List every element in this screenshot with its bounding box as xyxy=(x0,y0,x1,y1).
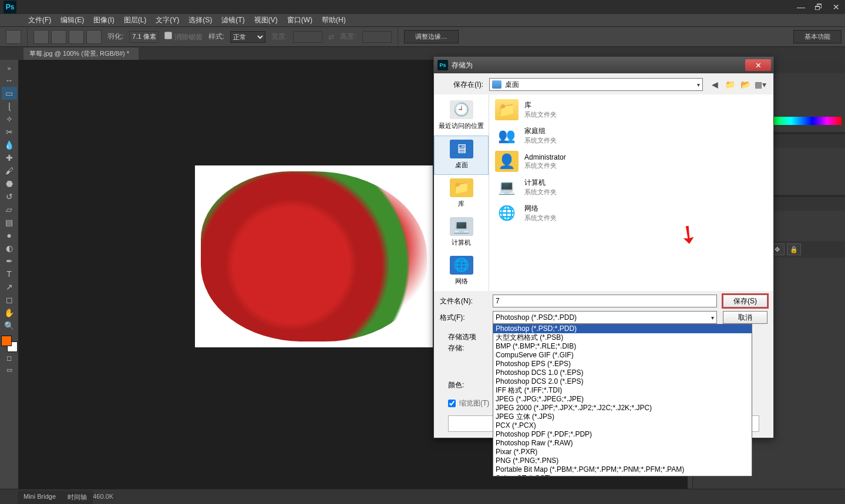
tool-zoom[interactable]: 🔍 xyxy=(2,319,17,332)
tool-blur[interactable]: ● xyxy=(2,229,17,242)
nav-view-icon[interactable]: ▦▾ xyxy=(755,79,766,90)
format-option[interactable]: JPEG (*.JPG;*.JPEG;*.JPE) xyxy=(493,395,752,404)
format-option[interactable]: Photoshop DCS 1.0 (*.EPS) xyxy=(493,368,752,377)
place-recent[interactable]: 🕘最近访问的位置 xyxy=(434,97,489,136)
tab-timeline[interactable]: 时间轴 xyxy=(62,491,93,504)
tool-history-brush[interactable]: ↺ xyxy=(2,190,17,203)
tool-eraser[interactable]: ▱ xyxy=(2,203,17,216)
save-button[interactable]: 保存(S) xyxy=(723,295,767,307)
format-option[interactable]: Photoshop Raw (*.RAW) xyxy=(493,439,752,448)
tool-pen[interactable]: ✒ xyxy=(2,255,17,268)
format-option[interactable]: Photoshop EPS (*.EPS) xyxy=(493,360,752,368)
menu-type[interactable]: 文字(Y) xyxy=(151,14,184,26)
tool-heal[interactable]: ✚ xyxy=(2,151,17,164)
window-close-button[interactable]: ✕ xyxy=(827,0,845,14)
tool-lasso[interactable]: ɭ xyxy=(2,100,17,113)
dialog-close-button[interactable]: ✕ xyxy=(745,59,771,71)
ps-logo-icon: Ps xyxy=(4,1,16,13)
nav-back-icon[interactable]: ◀ xyxy=(709,79,721,90)
format-option[interactable]: Scitex CT (*.SCT) xyxy=(493,474,752,476)
dialog-titlebar[interactable]: Ps 存储为 ✕ xyxy=(434,57,773,73)
menu-filter[interactable]: 滤镜(T) xyxy=(217,14,249,26)
tool-crop[interactable]: ✂ xyxy=(2,126,17,138)
toolbar-toggle-icon[interactable]: » xyxy=(2,62,17,74)
window-minimize-button[interactable]: — xyxy=(792,0,810,14)
format-option[interactable]: PNG (*.PNG;*.PNS) xyxy=(493,456,752,465)
file-list[interactable]: 📁库系统文件夹 👥家庭组系统文件夹 👤Administrator系统文件夹 💻计… xyxy=(489,94,773,291)
format-option[interactable]: Photoshop PDF (*.PDF;*.PDP) xyxy=(493,430,752,439)
menu-select[interactable]: 选择(S) xyxy=(184,14,217,26)
file-item-computer[interactable]: 💻计算机系统文件夹 xyxy=(489,174,773,200)
statusbar: 100% 文档:460.0 K/460.0K xyxy=(0,489,845,504)
place-desktop[interactable]: 🖥桌面 xyxy=(434,136,489,175)
refine-edge-button[interactable]: 调整边缘… xyxy=(404,30,459,43)
dialog-title: 存储为 xyxy=(452,60,473,70)
document-tab[interactable]: 草莓.jpg @ 100% (背景, RGB/8#) * xyxy=(23,48,139,60)
menubar: 文件(F) 编辑(E) 图像(I) 图层(L) 文字(Y) 选择(S) 滤镜(T… xyxy=(0,14,845,27)
format-dropdown-list[interactable]: Photoshop (*.PSD;*.PDD)大型文档格式 (*.PSB)BMP… xyxy=(493,324,752,476)
marquee-mode-add[interactable] xyxy=(51,30,66,44)
tool-move[interactable]: ↔ xyxy=(2,74,17,87)
color-fg-bg[interactable] xyxy=(1,336,18,352)
nav-up-icon[interactable]: 📁 xyxy=(724,79,736,90)
place-network[interactable]: 🌐网络 xyxy=(434,252,489,291)
tool-preset-icon[interactable] xyxy=(6,30,21,44)
menu-help[interactable]: 帮助(H) xyxy=(317,14,351,26)
tool-dodge[interactable]: ◐ xyxy=(2,242,17,255)
format-option[interactable]: JPEG 立体 (*.JPS) xyxy=(493,412,752,421)
format-option[interactable]: Photoshop DCS 2.0 (*.EPS) xyxy=(493,377,752,386)
screen-mode-icon[interactable]: ▭ xyxy=(2,364,17,376)
format-option[interactable]: 大型文档格式 (*.PSB) xyxy=(493,333,752,342)
document-canvas[interactable] xyxy=(195,165,433,347)
file-item-libraries[interactable]: 📁库系统文件夹 xyxy=(489,97,773,123)
format-option[interactable]: CompuServe GIF (*.GIF) xyxy=(493,351,752,360)
format-option[interactable]: Pixar (*.PXR) xyxy=(493,448,752,456)
style-select[interactable]: 正常 xyxy=(230,31,265,43)
foreground-color-swatch[interactable] xyxy=(1,336,12,346)
nav-newfolder-icon[interactable]: 📂 xyxy=(739,79,751,90)
tool-type[interactable]: T xyxy=(2,268,17,280)
format-option[interactable]: PCX (*.PCX) xyxy=(493,421,752,430)
canvas-artwork xyxy=(201,171,427,341)
file-item-homegroup[interactable]: 👥家庭组系统文件夹 xyxy=(489,123,773,148)
marquee-mode-intersect[interactable] xyxy=(86,30,102,44)
format-option[interactable]: Photoshop (*.PSD;*.PDD) xyxy=(493,324,752,333)
menu-layer[interactable]: 图层(L) xyxy=(119,14,152,26)
tool-stamp[interactable]: ⬣ xyxy=(2,177,17,190)
marquee-mode-new[interactable] xyxy=(33,30,49,44)
menu-image[interactable]: 图像(I) xyxy=(89,14,119,26)
format-option[interactable]: Portable Bit Map (*.PBM;*.PGM;*.PPM;*.PN… xyxy=(493,465,752,474)
tool-shape[interactable]: ◻ xyxy=(2,293,17,306)
format-option[interactable]: IFF 格式 (*.IFF;*.TDI) xyxy=(493,386,752,395)
filename-input[interactable] xyxy=(493,295,717,307)
menu-edit[interactable]: 编辑(E) xyxy=(56,14,89,26)
feather-input[interactable] xyxy=(129,31,159,43)
tool-gradient[interactable]: ▤ xyxy=(2,216,17,229)
cancel-button[interactable]: 取消 xyxy=(723,311,767,324)
tool-path[interactable]: ↗ xyxy=(2,280,17,293)
menu-file[interactable]: 文件(F) xyxy=(23,14,56,26)
tool-brush[interactable]: 🖌 xyxy=(2,164,17,177)
quick-mask-icon[interactable]: ◻ xyxy=(2,352,17,364)
window-maximize-button[interactable]: 🗗 xyxy=(810,0,827,14)
marquee-mode-subtract[interactable] xyxy=(69,30,84,44)
tab-mini-bridge[interactable]: Mini Bridge xyxy=(18,491,62,504)
lock-all-icon[interactable]: 🔒 xyxy=(787,243,801,255)
place-libraries[interactable]: 📁库 xyxy=(434,175,489,214)
window-controls: — 🗗 ✕ xyxy=(792,0,845,14)
tool-marquee[interactable]: ▭ xyxy=(2,87,17,100)
file-item-administrator[interactable]: 👤Administrator系统文件夹 xyxy=(489,148,773,174)
format-option[interactable]: BMP (*.BMP;*.RLE;*.DIB) xyxy=(493,342,752,351)
format-option[interactable]: JPEG 2000 (*.JPF;*.JPX;*.JP2;*.J2C;*.J2K… xyxy=(493,404,752,412)
place-computer[interactable]: 💻计算机 xyxy=(434,214,489,252)
menu-view[interactable]: 视图(V) xyxy=(250,14,282,26)
menu-window[interactable]: 窗口(W) xyxy=(282,14,317,26)
thumbnail-checkbox[interactable] xyxy=(448,400,456,407)
tool-eyedropper[interactable]: 💧 xyxy=(2,138,17,151)
file-item-network[interactable]: 🌐网络系统文件夹 xyxy=(489,200,773,226)
format-dropdown[interactable]: Photoshop (*.PSD;*.PDD) ▾ xyxy=(493,311,717,324)
workspace-switcher[interactable]: 基本功能 xyxy=(793,30,841,43)
tool-wand[interactable]: ✧ xyxy=(2,113,17,126)
tool-hand[interactable]: ✋ xyxy=(2,306,17,319)
save-in-dropdown[interactable]: 桌面 ▾ xyxy=(489,78,703,91)
